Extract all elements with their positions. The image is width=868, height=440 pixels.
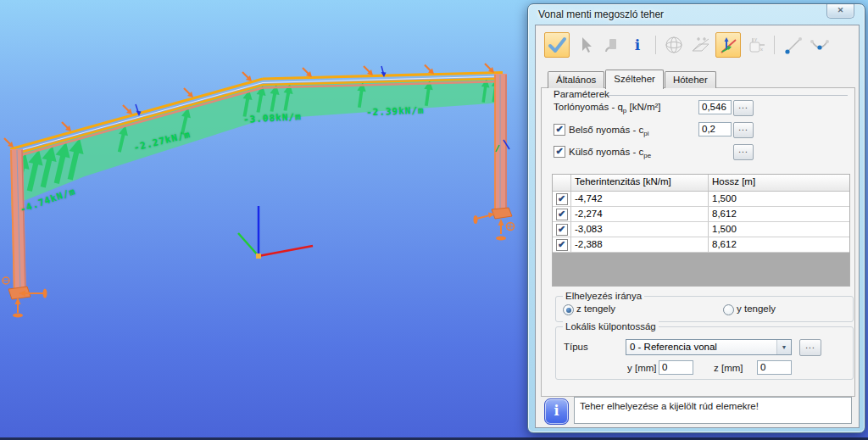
length-cell[interactable]: 8,612 [709, 237, 849, 252]
radio-y-label: y tengely [737, 304, 776, 314]
tab-altalanos[interactable]: Általános [548, 71, 604, 88]
toolbar-separator [774, 36, 775, 54]
dialog-titlebar[interactable]: Vonal menti megoszló teher ✕ [528, 4, 865, 25]
sphere-button[interactable] [663, 34, 685, 56]
check-icon [547, 35, 567, 55]
cursor-arrow-icon [575, 35, 595, 55]
z-mm-input[interactable]: 0 [757, 360, 792, 375]
length-cell[interactable]: 1,500 [709, 192, 849, 206]
support-right [474, 208, 515, 241]
select-button[interactable] [574, 34, 596, 56]
row-checkbox[interactable]: ✔ [556, 209, 568, 220]
arc-point-icon [809, 35, 829, 55]
intensity-cell[interactable]: -3,083 [571, 222, 709, 237]
toolbar-separator [655, 36, 656, 54]
header-intensity: Teherintenzitás [kN/m] [571, 175, 709, 191]
status-message-box: Teher elhelyezése a kijelölt rúd elemekr… [574, 397, 852, 424]
radio-z-tengely[interactable] [563, 304, 574, 315]
info-badge-icon: i [544, 398, 569, 425]
paste-load-icon [601, 35, 621, 55]
header-length: Hossz [m] [709, 175, 849, 191]
belso-nyomas-input[interactable]: 0,2 [698, 122, 732, 136]
row-checkbox[interactable]: ✔ [556, 239, 568, 251]
load-table: Teherintenzitás [kN/m] Hossz [m] ✔ -4,74… [552, 174, 850, 287]
application-window: -4.74kN/m -2.27kN/m -3.08kN/m -2.39kN/m … [0, 0, 868, 440]
length-cell[interactable]: 1,500 [709, 222, 849, 237]
kulso-nyomas-more-button[interactable]: ... [733, 144, 754, 160]
row-checkbox[interactable]: ✔ [556, 193, 568, 205]
surface-load-button[interactable] [689, 34, 711, 56]
type-dropdown-value: 0 - Referencia vonal [630, 342, 717, 352]
info-icon: i [635, 38, 640, 53]
tab-szelteher[interactable]: Szélteher [605, 70, 664, 89]
torlonyomas-input[interactable]: 0,546 [698, 100, 732, 114]
belso-nyomas-more-button[interactable]: ... [733, 122, 754, 138]
table-row: ✔ -2,388 8,612 [553, 237, 849, 253]
close-button[interactable]: ✕ [826, 4, 854, 19]
eccentricity-more-button[interactable]: ... [799, 339, 821, 356]
axes-box-icon: y x [746, 35, 766, 55]
surface-load-icon [690, 35, 710, 55]
apply-button[interactable] [544, 32, 570, 58]
svg-text:y: y [754, 36, 757, 42]
dialog-client-area: i [535, 25, 860, 428]
eccentricity-groupbox: Lokális külpontosság Típus 0 - Referenci… [555, 326, 854, 380]
y-mm-input[interactable]: 0 [659, 360, 693, 375]
type-label: Típus [564, 342, 588, 352]
close-icon: ✕ [837, 6, 844, 14]
dialog-tabs: Általános Szélteher Hóteher [548, 71, 717, 89]
dialog-line-distributed-load: Vonal menti megoszló teher ✕ [527, 3, 865, 433]
radio-z-label: z tengely [576, 304, 615, 314]
paste-load-button[interactable] [600, 34, 622, 56]
sphere-icon [664, 35, 684, 55]
length-cell[interactable]: 8,612 [709, 207, 849, 221]
radio-y-tengely[interactable] [723, 304, 734, 315]
eccentricity-group-title: Lokális külpontosság [563, 321, 659, 331]
intensity-cell[interactable]: -2,388 [571, 237, 709, 252]
status-message: Teher elhelyezése a kijelölt rúd elemekr… [580, 401, 759, 411]
table-row: ✔ -2,274 8,612 [553, 207, 849, 222]
table-row: ✔ -4,742 1,500 [553, 192, 849, 207]
global-axes [238, 206, 313, 259]
type-dropdown[interactable]: 0 - Referencia vonal ▼ [626, 339, 792, 355]
chevron-down-icon: ▼ [776, 340, 791, 354]
arc-point-button[interactable] [808, 34, 830, 56]
belso-nyomas-checkbox[interactable]: ✔ [554, 124, 565, 136]
line-point-icon [782, 35, 803, 55]
kulso-nyomas-checkbox[interactable]: ✔ [554, 146, 565, 158]
axes-box-button[interactable]: y x [745, 34, 767, 56]
kulso-nyomas-label: Külső nyomás - cpe [569, 147, 651, 159]
dialog-title: Vonal menti megoszló teher [538, 8, 664, 20]
torlonyomas-more-button[interactable]: ... [733, 100, 754, 116]
belso-nyomas-label: Belső nyomás - cpi [569, 125, 648, 137]
z-mm-label: z [mm] [714, 363, 743, 373]
header-checkbox-column [553, 175, 571, 191]
intensity-cell[interactable]: -2,274 [571, 207, 709, 221]
info-button[interactable]: i [626, 34, 648, 56]
tab-page-szelteher: Paraméterek Torlónyomás - qp [kN/m²] 0,5… [541, 87, 855, 397]
intensity-cell[interactable]: -4,742 [571, 192, 709, 206]
tab-hoteher[interactable]: Hóteher [665, 71, 716, 88]
dialog-toolbar: i [544, 31, 830, 59]
table-header-row: Teherintenzitás [kN/m] Hossz [m] [553, 175, 849, 192]
placement-group-title: Elhelyezés iránya [563, 291, 644, 301]
table-row: ✔ -3,083 1,500 [553, 222, 849, 237]
torlonyomas-label: Torlónyomás - qp [kN/m²] [554, 102, 661, 114]
local-axes-button[interactable] [715, 32, 741, 58]
y-mm-label: y [mm] [627, 363, 657, 373]
placement-groupbox: Elhelyezés iránya z tengely y tengely [555, 296, 854, 322]
row-checkbox[interactable]: ✔ [556, 224, 568, 236]
section-divider [608, 95, 848, 96]
right-column [494, 74, 507, 214]
parameters-section-title: Paraméterek [554, 89, 609, 99]
line-point-button[interactable] [782, 34, 804, 56]
svg-text:x: x [760, 47, 763, 52]
load-value-label: -2.39kN/m [366, 105, 425, 118]
local-axes-icon [718, 35, 738, 55]
